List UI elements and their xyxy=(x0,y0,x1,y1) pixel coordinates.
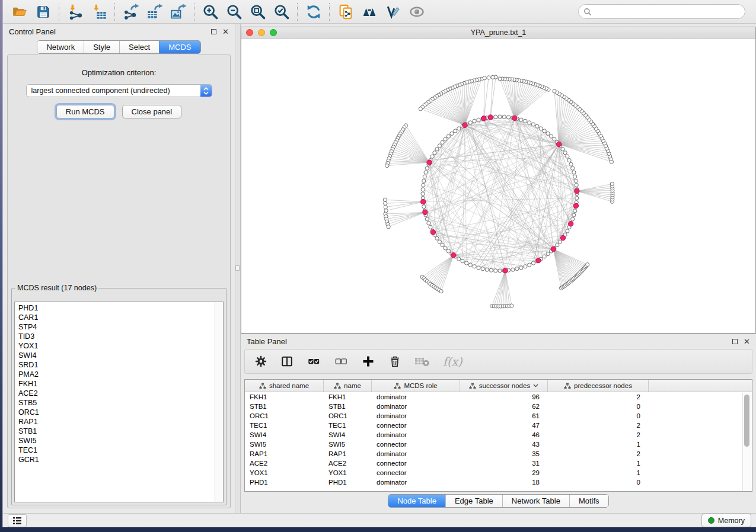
duplicate-network-button[interactable] xyxy=(334,2,358,22)
table-cell-shared_name[interactable]: FKH1 xyxy=(245,392,324,402)
delete-column-button[interactable] xyxy=(388,354,401,368)
network-node[interactable] xyxy=(425,217,429,221)
optimization-criterion-select[interactable]: largest connected component (undirected) xyxy=(26,84,212,97)
network-dominator-node[interactable] xyxy=(430,230,435,235)
table-cell-predecessor_nodes[interactable]: 2 xyxy=(548,449,649,459)
network-node[interactable] xyxy=(524,119,527,123)
toggle-graphics-details-button[interactable] xyxy=(381,2,405,22)
network-node[interactable] xyxy=(531,123,535,126)
table-cell-name[interactable]: ORC1 xyxy=(324,411,372,421)
search-input[interactable] xyxy=(595,7,740,17)
network-node[interactable] xyxy=(535,124,539,128)
table-settings-button[interactable] xyxy=(254,355,267,368)
table-cell-shared_name[interactable]: STB1 xyxy=(245,402,324,411)
network-node[interactable] xyxy=(446,249,450,253)
close-panel-icon[interactable]: ✕ xyxy=(222,29,229,34)
network-node[interactable] xyxy=(429,225,432,229)
table-cell-mcds_role[interactable]: dominator xyxy=(372,392,460,402)
network-node[interactable] xyxy=(383,198,387,201)
network-canvas[interactable] xyxy=(241,39,756,334)
network-node[interactable] xyxy=(515,267,519,271)
show-task-history-button[interactable] xyxy=(8,514,27,527)
network-node[interactable] xyxy=(483,76,486,80)
tab-select[interactable]: Select xyxy=(119,41,159,53)
network-window-titlebar[interactable]: YPA_prune.txt_1 xyxy=(241,27,756,39)
network-dominator-node[interactable] xyxy=(551,246,556,251)
deselect-all-columns-button[interactable] xyxy=(334,355,348,368)
network-dominator-node[interactable] xyxy=(573,203,578,208)
table-cell-shared_name[interactable]: SWI4 xyxy=(245,430,324,440)
table-row[interactable]: ORC1ORC1dominator610 xyxy=(245,411,752,421)
network-node[interactable] xyxy=(468,263,472,267)
table-cell-shared_name[interactable]: SWI5 xyxy=(245,440,324,449)
show-hide-panel-button[interactable] xyxy=(405,2,429,22)
network-node[interactable] xyxy=(481,267,484,271)
network-node[interactable] xyxy=(566,155,569,158)
table-cell-mcds_role[interactable]: connector xyxy=(372,421,460,430)
network-node[interactable] xyxy=(387,225,390,229)
network-node[interactable] xyxy=(566,229,569,233)
network-node[interactable] xyxy=(510,304,513,307)
network-node[interactable] xyxy=(465,261,468,265)
mcds-result-item[interactable]: SWI5 xyxy=(18,436,223,446)
table-cell-successor_nodes[interactable]: 46 xyxy=(460,430,548,440)
network-node[interactable] xyxy=(528,121,531,124)
table-cell-mcds_role[interactable]: dominator xyxy=(372,411,460,421)
table-cell-mcds_role[interactable]: dominator xyxy=(372,402,460,411)
network-node[interactable] xyxy=(546,132,550,135)
network-node[interactable] xyxy=(494,269,497,273)
network-dominator-node[interactable] xyxy=(569,222,573,226)
table-cell-mcds_role[interactable]: connector xyxy=(372,459,460,468)
network-node[interactable] xyxy=(422,183,425,187)
network-node[interactable] xyxy=(385,164,389,168)
network-node[interactable] xyxy=(477,118,480,121)
export-image-button[interactable] xyxy=(167,2,190,22)
table-cell-name[interactable]: YOX1 xyxy=(324,468,372,477)
network-node[interactable] xyxy=(511,268,515,271)
table-cell-predecessor_nodes[interactable]: 2 xyxy=(548,392,649,402)
table-cell-name[interactable]: RAP1 xyxy=(324,449,372,459)
tab-style[interactable]: Style xyxy=(84,41,119,53)
network-node[interactable] xyxy=(572,213,576,217)
network-node[interactable] xyxy=(450,132,454,135)
network-node[interactable] xyxy=(494,115,497,118)
tab-node-table[interactable]: Node Table xyxy=(388,495,445,507)
network-node[interactable] xyxy=(524,265,527,268)
memory-button[interactable]: Memory xyxy=(701,514,751,527)
mcds-result-item[interactable]: ACE2 xyxy=(18,389,223,398)
table-cell-predecessor_nodes[interactable]: 0 xyxy=(548,411,649,421)
column-header-successor-nodes[interactable]: successor nodes xyxy=(460,380,548,392)
network-node[interactable] xyxy=(444,246,447,250)
network-dominator-node[interactable] xyxy=(536,258,541,262)
network-dominator-node[interactable] xyxy=(421,199,426,204)
table-cell-shared_name[interactable]: TEC1 xyxy=(245,421,324,430)
network-node[interactable] xyxy=(421,188,425,191)
mcds-result-item[interactable]: PMA2 xyxy=(18,370,223,379)
mcds-result-item[interactable]: STB5 xyxy=(18,398,223,408)
network-dominator-node[interactable] xyxy=(556,142,561,146)
network-node[interactable] xyxy=(531,261,535,265)
table-cell-predecessor_nodes[interactable]: 2 xyxy=(548,430,649,440)
network-node[interactable] xyxy=(502,115,506,118)
network-node[interactable] xyxy=(425,166,429,170)
network-node[interactable] xyxy=(439,290,443,293)
network-node[interactable] xyxy=(419,107,422,111)
network-dominator-node[interactable] xyxy=(423,210,428,214)
create-column-button[interactable] xyxy=(361,354,375,368)
network-node[interactable] xyxy=(421,192,425,196)
network-node[interactable] xyxy=(507,116,511,119)
export-network-button[interactable] xyxy=(119,2,143,22)
network-node[interactable] xyxy=(473,265,476,268)
mcds-result-item[interactable]: CAR1 xyxy=(18,313,223,322)
table-cell-successor_nodes[interactable]: 96 xyxy=(460,392,548,402)
network-node[interactable] xyxy=(430,155,434,158)
network-node[interactable] xyxy=(491,75,495,79)
show-column-panel-button[interactable] xyxy=(280,355,294,368)
tab-network-table[interactable]: Network Table xyxy=(502,495,569,507)
network-node[interactable] xyxy=(559,240,562,243)
network-node[interactable] xyxy=(553,89,556,93)
table-cell-shared_name[interactable]: ORC1 xyxy=(245,411,324,421)
network-dominator-node[interactable] xyxy=(462,123,467,127)
network-node[interactable] xyxy=(423,175,426,178)
network-node[interactable] xyxy=(561,148,564,151)
